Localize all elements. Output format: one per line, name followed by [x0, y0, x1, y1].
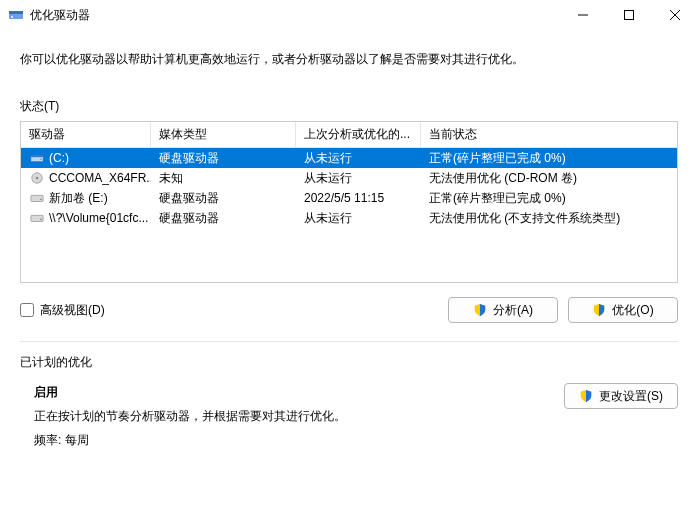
svg-rect-8 [31, 155, 43, 157]
description-text: 你可以优化驱动器以帮助计算机更高效地运行，或者分析驱动器以了解是否需要对其进行优… [20, 50, 678, 68]
shield-icon [579, 389, 593, 403]
cell-drive: CCCOMA_X64FR... [49, 171, 151, 185]
change-settings-button[interactable]: 更改设置(S) [564, 383, 678, 409]
analyze-label: 分析(A) [493, 302, 533, 319]
cell-status: 正常(碎片整理已完成 0%) [421, 188, 677, 209]
svg-point-11 [36, 177, 39, 180]
drive-icon [29, 191, 45, 205]
cell-media: 硬盘驱动器 [151, 148, 296, 169]
cell-drive: 新加卷 (E:) [49, 190, 108, 207]
table-row[interactable]: CCCOMA_X64FR...未知从未运行无法使用优化 (CD-ROM 卷) [21, 168, 677, 188]
optimize-button[interactable]: 优化(O) [568, 297, 678, 323]
optimize-label: 优化(O) [612, 302, 653, 319]
scheduled-text: 启用 正在按计划的节奏分析驱动器，并根据需要对其进行优化。 频率: 每周 [20, 383, 544, 455]
svg-rect-12 [31, 195, 43, 201]
column-header-last[interactable]: 上次分析或优化的... [296, 122, 421, 147]
close-button[interactable] [652, 0, 698, 30]
svg-rect-14 [31, 215, 43, 221]
cell-last: 2022/5/5 11:15 [296, 189, 421, 207]
drive-icon [29, 171, 45, 185]
cell-media: 硬盘驱动器 [151, 188, 296, 209]
change-settings-label: 更改设置(S) [599, 388, 663, 405]
separator [20, 341, 678, 342]
advanced-view-checkbox[interactable]: 高级视图(D) [20, 302, 105, 319]
cell-last: 从未运行 [296, 208, 421, 229]
maximize-button[interactable] [606, 0, 652, 30]
titlebar: 优化驱动器 [0, 0, 698, 30]
svg-rect-1 [9, 11, 23, 14]
scheduled-desc: 正在按计划的节奏分析驱动器，并根据需要对其进行优化。 [34, 407, 544, 425]
cell-last: 从未运行 [296, 168, 421, 189]
cell-last: 从未运行 [296, 148, 421, 169]
table-row[interactable]: \\?\Volume{01cfc...硬盘驱动器从未运行无法使用优化 (不支持文… [21, 208, 677, 228]
svg-point-15 [40, 219, 41, 220]
cell-media: 硬盘驱动器 [151, 208, 296, 229]
svg-rect-4 [625, 11, 634, 20]
advanced-view-input[interactable] [20, 303, 34, 317]
table-row[interactable]: 新加卷 (E:)硬盘驱动器2022/5/5 11:15正常(碎片整理已完成 0%… [21, 188, 677, 208]
svg-point-9 [40, 159, 41, 160]
scheduled-freq: 频率: 每周 [34, 431, 544, 449]
scheduled-enabled-label: 启用 [34, 383, 544, 401]
svg-point-13 [40, 199, 41, 200]
column-header-media[interactable]: 媒体类型 [151, 122, 296, 147]
column-header-drive[interactable]: 驱动器 [21, 122, 151, 147]
cell-drive: (C:) [49, 151, 69, 165]
analyze-button[interactable]: 分析(A) [448, 297, 558, 323]
drive-icon [29, 211, 45, 225]
window-title: 优化驱动器 [30, 7, 90, 24]
cell-drive: \\?\Volume{01cfc... [49, 211, 148, 225]
scheduled-title: 已计划的优化 [20, 354, 678, 371]
table-row[interactable]: (C:)硬盘驱动器从未运行正常(碎片整理已完成 0%) [21, 148, 677, 168]
shield-icon [592, 303, 606, 317]
cell-status: 无法使用优化 (CD-ROM 卷) [421, 168, 677, 189]
column-header-status[interactable]: 当前状态 [421, 122, 677, 147]
status-label: 状态(T) [20, 98, 678, 115]
cell-status: 无法使用优化 (不支持文件系统类型) [421, 208, 677, 229]
drive-icon [29, 151, 45, 165]
cell-media: 未知 [151, 168, 296, 189]
drive-list: 驱动器 媒体类型 上次分析或优化的... 当前状态 (C:)硬盘驱动器从未运行正… [20, 121, 678, 283]
shield-icon [473, 303, 487, 317]
cell-status: 正常(碎片整理已完成 0%) [421, 148, 677, 169]
minimize-button[interactable] [560, 0, 606, 30]
svg-point-2 [11, 16, 13, 18]
drive-list-header: 驱动器 媒体类型 上次分析或优化的... 当前状态 [21, 122, 677, 148]
advanced-view-label: 高级视图(D) [40, 302, 105, 319]
app-icon [8, 7, 24, 23]
